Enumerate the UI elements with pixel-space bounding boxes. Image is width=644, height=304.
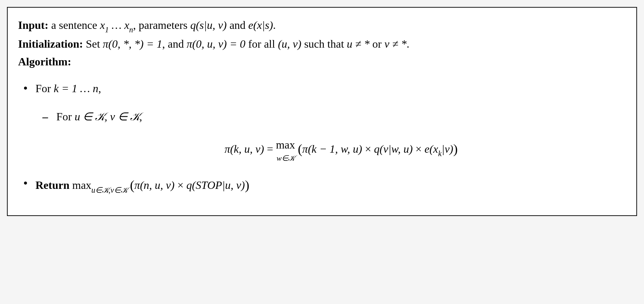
loop2-for: For [56,110,74,123]
loop1-for: For [35,82,54,95]
input-line: Input: a sentence x1 … xn, parameters q(… [18,16,626,35]
init-and: , and [162,38,187,50]
loop1-cond: k = 1 … n [54,82,98,95]
init-cond2: v ≠ * [385,38,407,50]
init-uv: (u, v) [278,38,301,50]
return-label: Return [35,179,72,191]
init-pi1: π(0, *, *) = 1 [103,38,162,50]
input-text-mid: , parameters [133,19,190,31]
eq-times1: × [362,143,374,155]
eq-equals: = [264,143,276,155]
ret-lparen: ( [130,178,135,192]
loop2-cond: u ∈ 𝒦, v ∈ 𝒦 [74,110,139,123]
input-and: and [227,19,248,31]
init-set: Set [83,38,103,50]
eq-times2: × [413,143,425,155]
init-or: or [370,38,385,50]
input-end: . [273,19,276,31]
loop1-comma: , [98,82,101,95]
eq-t3: e(xk|v) [425,143,453,155]
initialization-line: Initialization: Set π(0, *, *) = 1, and … [18,35,626,53]
init-end: . [406,38,409,50]
input-text-before: a sentence [48,19,100,31]
eq-t1: π(k − 1, w, u) [302,143,362,155]
input-param-e: e(x|s) [248,19,273,31]
ret-t1: π(n, u, v) [134,179,175,191]
algorithm-label: Algorithm: [18,55,71,68]
inner-loop-list: For u ∈ 𝒦, v ∈ 𝒦, π(k, u, v) = maxw∈𝒦 (π… [35,108,626,165]
init-pi2: π(0, u, v) = 0 [187,38,245,50]
init-forall: for all [245,38,278,50]
input-label: Input: [18,19,48,31]
ret-times: × [175,179,186,191]
eq-rparen: ) [453,142,458,156]
input-sentence: x1 … xn [100,19,133,31]
outer-loop: For k = 1 … n, For u ∈ 𝒦, v ∈ 𝒦, π(k, u,… [35,80,626,165]
ret-t2: q(STOP|u, v) [186,179,245,191]
ret-maxsub: u∈𝒦,v∈𝒦 [91,186,127,194]
loop2-comma: , [139,110,142,123]
ret-rparen: ) [245,178,249,192]
eq-lhs: π(k, u, v) [225,143,264,155]
algorithm-label-line: Algorithm: [18,53,626,71]
input-param-q: q(s|u, v) [190,19,227,31]
eq-lparen: ( [298,142,303,156]
init-suchthat: such that [301,38,347,50]
eq-t2: q(v|w, u) [374,143,413,155]
init-cond1: u ≠ * [347,38,370,50]
algorithm-box: Input: a sentence x1 … xn, parameters q(… [7,7,637,216]
eq-max: maxw∈𝒦 [276,136,295,164]
algorithm-steps: For k = 1 … n, For u ∈ 𝒦, v ∈ 𝒦, π(k, u,… [18,80,626,196]
init-label: Initialization: [18,38,83,50]
recurrence-equation: π(k, u, v) = maxw∈𝒦 (π(k − 1, w, u) × q(… [56,136,626,164]
inner-loop: For u ∈ 𝒦, v ∈ 𝒦, π(k, u, v) = maxw∈𝒦 (π… [56,108,626,165]
ret-max: max [72,179,91,191]
return-step: Return maxu∈𝒦,v∈𝒦 (π(n, u, v) × q(STOP|u… [35,175,626,196]
